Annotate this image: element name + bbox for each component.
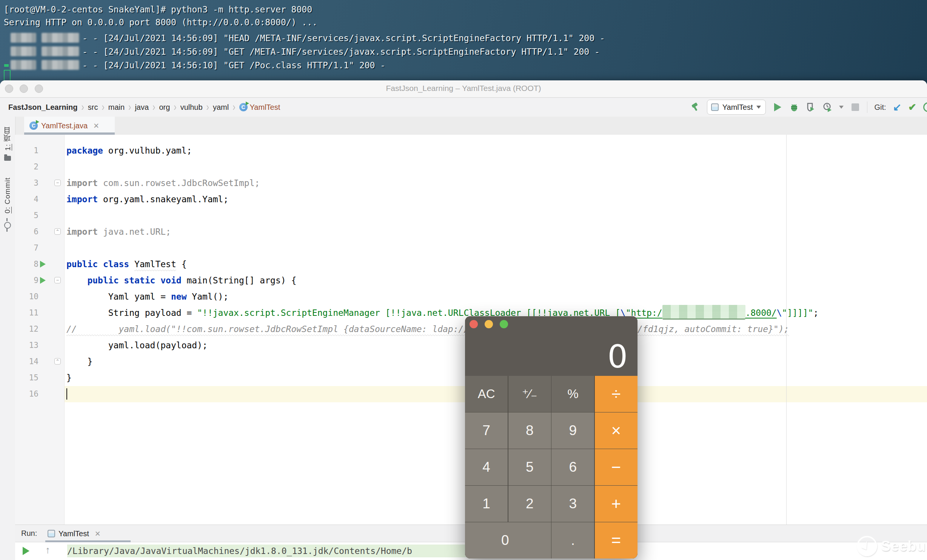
toolbar-divider xyxy=(867,102,867,113)
run-label: Run: xyxy=(21,529,37,538)
calc-key-4[interactable]: 4 xyxy=(465,449,508,485)
class-icon: C xyxy=(239,103,248,111)
fold-marker-icon[interactable]: − xyxy=(54,180,61,186)
redacted-ip-block xyxy=(11,46,36,56)
line-number: 6 xyxy=(15,224,38,240)
calc-key-6[interactable]: 6 xyxy=(551,449,594,485)
run-gutter-icon[interactable] xyxy=(40,277,46,284)
breadcrumb-separator: › xyxy=(127,101,132,114)
terminal-line: - - [24/Jul/2021 14:56:10] "GET /Poc.cla… xyxy=(82,60,385,70)
run-configuration-select[interactable]: YamlTest xyxy=(707,100,766,115)
code-line xyxy=(66,159,927,175)
app-icon xyxy=(48,530,55,537)
calculator-display-area: 0 xyxy=(465,316,638,376)
calc-key-×[interactable]: × xyxy=(595,412,638,449)
console-selected-text: /Library/Java/JavaVirtualMachines/jdk1.8… xyxy=(67,545,467,557)
redacted-ip-block xyxy=(42,33,79,43)
rerun-icon[interactable] xyxy=(23,547,29,555)
terminal-line: Serving HTTP on 0.0.0.0 port 8000 (http:… xyxy=(4,17,317,27)
up-stack-trace-icon[interactable]: ↑ xyxy=(45,544,50,556)
terminal-line: - - [24/Jul/2021 14:56:09] "GET /META-IN… xyxy=(82,47,600,57)
redacted-ip-block xyxy=(11,60,36,70)
zoom-traffic-light[interactable] xyxy=(500,320,508,328)
code-line xyxy=(66,240,927,256)
breadcrumb: FastJson_Learning›src›main›java›org›vulh… xyxy=(8,98,280,117)
breadcrumb-item-yamltest[interactable]: YamlTest xyxy=(250,103,280,112)
calculator-keypad: AC⁺⁄₋%÷789×456−123+0.= xyxy=(465,376,638,558)
line-number: 4 xyxy=(15,191,38,208)
calculator-display: 0 xyxy=(608,338,628,375)
breadcrumb-item-src[interactable]: src xyxy=(88,103,98,112)
calc-key-5[interactable]: 5 xyxy=(508,449,551,485)
calc-key-.[interactable]: . xyxy=(551,522,594,558)
code-line: import org.yaml.snakeyaml.Yaml; xyxy=(66,191,927,208)
fold-marker-icon[interactable]: ⌃ xyxy=(54,228,61,235)
git-update-icon[interactable]: ↙ xyxy=(893,101,902,113)
redacted-ip-block xyxy=(42,46,79,56)
breadcrumb-item-org[interactable]: org xyxy=(159,103,170,112)
editor-tabbar: C YamlTest.java ✕ xyxy=(0,117,927,135)
sidebar-item-project[interactable]: 1: 项目 xyxy=(3,126,13,151)
code-line: public static void main(String[] args) { xyxy=(66,272,927,289)
calc-key-÷[interactable]: ÷ xyxy=(595,376,638,412)
calc-key-−[interactable]: − xyxy=(595,449,638,485)
fold-marker-icon[interactable]: ⌃ xyxy=(54,358,61,365)
line-number: 13 xyxy=(15,337,38,354)
run-gutter-icon[interactable] xyxy=(40,261,46,268)
run-tab-label: YamlTest xyxy=(59,529,89,538)
fold-marker-icon[interactable]: − xyxy=(54,277,61,283)
breadcrumb-item-yaml[interactable]: yaml xyxy=(213,103,229,112)
line-number: 3 xyxy=(15,175,38,191)
line-number: 1 xyxy=(15,143,38,159)
calc-key-3[interactable]: 3 xyxy=(551,486,594,522)
seebug-label: Seebug xyxy=(881,538,927,554)
calc-key-1[interactable]: 1 xyxy=(465,486,508,522)
editor-gutter: 123−456⌃789−1011121314⌃1516 xyxy=(15,135,65,525)
breadcrumb-separator: › xyxy=(151,101,157,114)
calc-key-+[interactable]: + xyxy=(595,486,638,522)
build-hammer-icon[interactable] xyxy=(690,102,700,112)
calc-key-9[interactable]: 9 xyxy=(551,412,594,449)
terminal-line: - - [24/Jul/2021 14:56:09] "HEAD /META-I… xyxy=(82,33,605,43)
calculator-window[interactable]: 0 AC⁺⁄₋%÷789×456−123+0.= xyxy=(465,316,638,558)
calc-key-⁺⁄₋[interactable]: ⁺⁄₋ xyxy=(508,376,551,412)
breadcrumb-separator: › xyxy=(231,101,237,114)
folder-icon xyxy=(4,156,11,161)
git-rollback-icon[interactable] xyxy=(923,102,927,112)
run-tab-yamltest[interactable]: YamlTest ✕ xyxy=(48,525,101,542)
debug-button[interactable] xyxy=(789,102,799,112)
calc-key-8[interactable]: 8 xyxy=(508,412,551,449)
line-number: 7 xyxy=(15,240,38,256)
git-commit-check-icon[interactable]: ✔ xyxy=(908,102,916,113)
close-icon[interactable]: ✕ xyxy=(93,122,99,130)
calc-key-0[interactable]: 0 xyxy=(465,522,551,558)
breadcrumb-separator: › xyxy=(100,101,106,114)
calc-key-7[interactable]: 7 xyxy=(465,412,508,449)
redacted-ip-block xyxy=(11,33,36,43)
line-number: 9 xyxy=(15,272,38,289)
profiler-button[interactable] xyxy=(822,102,832,112)
profiler-chevron-icon[interactable] xyxy=(839,106,844,109)
run-with-coverage-button[interactable] xyxy=(806,102,816,112)
tab-yamltest-java[interactable]: C YamlTest.java ✕ xyxy=(24,117,115,135)
sidebar-item-commit[interactable]: 0: Commit xyxy=(3,177,12,214)
breadcrumb-item-vulhub[interactable]: vulhub xyxy=(180,103,203,112)
commit-icon xyxy=(4,222,11,229)
calc-key-%[interactable]: % xyxy=(551,376,594,412)
terminal-window[interactable]: [root@VM-0-2-centos SnakeYaml]# python3 … xyxy=(0,0,927,85)
run-button[interactable] xyxy=(773,102,782,112)
calc-key-=[interactable]: = xyxy=(595,522,638,558)
close-icon[interactable]: ✕ xyxy=(95,529,101,538)
left-toolwindow-bar: 1: 项目 0: Commit xyxy=(0,117,15,560)
breadcrumb-item-main[interactable]: main xyxy=(108,103,125,112)
minimize-traffic-light[interactable] xyxy=(485,320,493,328)
close-traffic-light[interactable] xyxy=(470,320,478,328)
breadcrumb-item-java[interactable]: java xyxy=(135,103,149,112)
calc-key-AC[interactable]: AC xyxy=(465,376,508,412)
class-icon: C xyxy=(29,122,38,130)
chevron-down-icon xyxy=(756,106,761,109)
window-title: FastJson_Learning – YamlTest.java (ROOT) xyxy=(0,84,927,93)
calc-key-2[interactable]: 2 xyxy=(508,486,551,522)
breadcrumb-item-fastjson_learning[interactable]: FastJson_Learning xyxy=(8,103,77,112)
ide-titlebar: FastJson_Learning – YamlTest.java (ROOT) xyxy=(0,80,927,98)
